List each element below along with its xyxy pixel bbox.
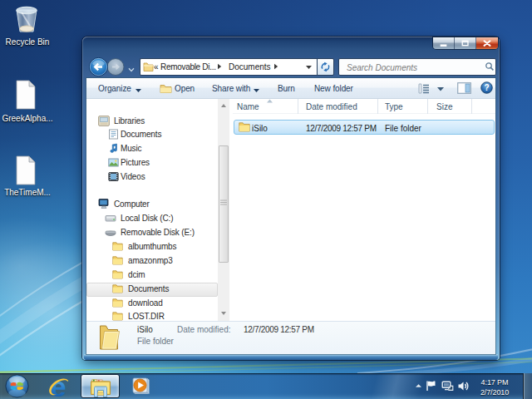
svg-text:?: ? [484, 83, 489, 92]
